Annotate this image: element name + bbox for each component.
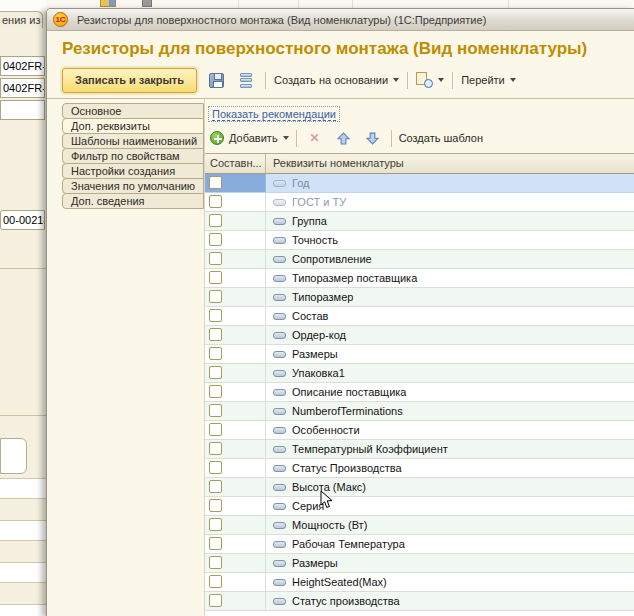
table-row[interactable]: Упаковка1	[205, 364, 634, 383]
table-row[interactable]: Типоразмер	[205, 288, 634, 307]
row-checkbox[interactable]	[209, 347, 222, 360]
composite-cell[interactable]	[205, 478, 266, 496]
table-row[interactable]: ГОСТ и ТУ	[205, 193, 634, 212]
row-checkbox[interactable]	[209, 461, 222, 474]
title-bar[interactable]: 1С Резисторы для поверхностного монтажа …	[47, 9, 634, 31]
row-checkbox[interactable]	[209, 404, 222, 417]
table-row[interactable]: Размеры	[205, 345, 634, 364]
composite-cell[interactable]	[205, 497, 266, 515]
row-checkbox[interactable]	[209, 290, 222, 303]
table-row[interactable]: Описание поставщика	[205, 383, 634, 402]
add-button[interactable]: Добавить	[210, 131, 289, 145]
row-checkbox[interactable]	[209, 385, 222, 398]
attribute-cell[interactable]: ГОСТ и ТУ	[266, 193, 634, 211]
attribute-cell[interactable]: Мощность (Вт)	[266, 516, 634, 534]
composite-cell[interactable]	[205, 269, 266, 287]
composite-cell[interactable]	[205, 174, 266, 192]
attribute-cell[interactable]: Статус производства	[266, 592, 634, 610]
row-checkbox[interactable]	[209, 518, 222, 531]
attribute-cell[interactable]: Точность	[266, 231, 634, 249]
table-row[interactable]: Состав	[205, 307, 634, 326]
sidebar-tab-Основное[interactable]: Основное	[62, 103, 204, 119]
attribute-cell[interactable]: Упаковка1	[266, 364, 634, 382]
table-row[interactable]: Температурный Коэффициент	[205, 440, 634, 459]
row-checkbox[interactable]	[209, 309, 222, 322]
row-checkbox[interactable]	[209, 271, 222, 284]
attribute-cell[interactable]: NumberofTerminations	[266, 402, 634, 420]
sidebar-tab-Доп. сведения[interactable]: Доп. сведения	[62, 193, 204, 209]
table-row[interactable]: Точность	[205, 231, 634, 250]
attribute-cell[interactable]: Состав	[266, 307, 634, 325]
table-row[interactable]: Особенности	[205, 421, 634, 440]
table-row[interactable]: Год	[205, 174, 634, 193]
composite-cell[interactable]	[205, 383, 266, 401]
composite-cell[interactable]	[205, 554, 266, 572]
attribute-cell[interactable]: Серия	[266, 497, 634, 515]
table-row[interactable]: Сопротивление	[205, 250, 634, 269]
attribute-cell[interactable]: Размеры	[266, 345, 634, 363]
delete-button[interactable]: ✕	[304, 127, 326, 149]
composite-cell[interactable]	[205, 212, 266, 230]
table-row[interactable]: Статус Производства	[205, 459, 634, 478]
attribute-cell[interactable]: Сопротивление	[266, 250, 634, 268]
attribute-cell[interactable]: Описание поставщика	[266, 383, 634, 401]
composite-cell[interactable]	[205, 402, 266, 420]
row-checkbox[interactable]	[209, 480, 222, 493]
show-recommendations-link[interactable]: Показать рекомендации	[208, 106, 340, 122]
move-down-button[interactable]	[362, 127, 384, 149]
row-checkbox[interactable]	[209, 328, 222, 341]
composite-cell[interactable]	[205, 193, 266, 211]
reread-button[interactable]	[235, 69, 257, 91]
composite-cell[interactable]	[205, 535, 266, 553]
sidebar-tab-Фильтр по свойствам[interactable]: Фильтр по свойствам	[62, 148, 204, 164]
sidebar-tab-Настройки создания[interactable]: Настройки создания	[62, 163, 204, 179]
attribute-cell[interactable]: Группа	[266, 212, 634, 230]
go-to-button[interactable]: Перейти	[461, 74, 516, 86]
attribute-cell[interactable]: Температурный Коэффициент	[266, 440, 634, 458]
create-template-button[interactable]: Создать шаблон	[399, 132, 483, 144]
row-checkbox[interactable]	[209, 366, 222, 379]
table-row[interactable]: Высота (Макс)	[205, 478, 634, 497]
composite-cell[interactable]	[205, 326, 266, 344]
composite-cell[interactable]	[205, 288, 266, 306]
table-row[interactable]: NumberofTerminations	[205, 402, 634, 421]
table-row[interactable]: Мощность (Вт)	[205, 516, 634, 535]
row-checkbox[interactable]	[209, 499, 222, 512]
table-row[interactable]: Группа	[205, 212, 634, 231]
attribute-cell[interactable]: Высота (Макс)	[266, 478, 634, 496]
row-checkbox[interactable]	[209, 214, 222, 227]
attribute-cell[interactable]: Год	[266, 174, 634, 192]
attribute-cell[interactable]: HeightSeated(Max)	[266, 573, 634, 591]
table-row[interactable]: Размеры	[205, 554, 634, 573]
attribute-cell[interactable]: Особенности	[266, 421, 634, 439]
sidebar-tab-Доп. реквизиты[interactable]: Доп. реквизиты	[62, 118, 204, 134]
composite-cell[interactable]	[205, 592, 266, 610]
table-row[interactable]: Типоразмер поставщика	[205, 269, 634, 288]
table-row[interactable]: Серия	[205, 497, 634, 516]
row-checkbox[interactable]	[209, 537, 222, 550]
table-row[interactable]: Рабочая Температура	[205, 535, 634, 554]
attribute-cell[interactable]: Типоразмер поставщика	[266, 269, 634, 287]
row-checkbox[interactable]	[209, 423, 222, 436]
row-checkbox[interactable]	[209, 195, 222, 208]
attribute-cell[interactable]: Типоразмер	[266, 288, 634, 306]
attribute-cell[interactable]: Статус Производства	[266, 459, 634, 477]
column-header-composite[interactable]: Составн...	[205, 154, 266, 173]
create-based-on-button[interactable]: Создать на основании	[274, 74, 399, 86]
composite-cell[interactable]	[205, 345, 266, 363]
attribute-cell[interactable]: Размеры	[266, 554, 634, 572]
move-up-button[interactable]	[333, 127, 355, 149]
composite-cell[interactable]	[205, 231, 266, 249]
sidebar-tab-Шаблоны наименований[interactable]: Шаблоны наименований	[62, 133, 204, 149]
composite-cell[interactable]	[205, 307, 266, 325]
row-checkbox[interactable]	[209, 442, 222, 455]
row-checkbox[interactable]	[209, 575, 222, 588]
composite-cell[interactable]	[205, 421, 266, 439]
attribute-cell[interactable]: Ордер-код	[266, 326, 634, 344]
column-header-attributes[interactable]: Реквизиты номенклатуры	[266, 154, 634, 173]
table-row[interactable]: Статус производства	[205, 592, 634, 611]
composite-cell[interactable]	[205, 459, 266, 477]
table-row[interactable]: Ордер-код	[205, 326, 634, 345]
attribute-cell[interactable]: Рабочая Температура	[266, 535, 634, 553]
composite-cell[interactable]	[205, 516, 266, 534]
